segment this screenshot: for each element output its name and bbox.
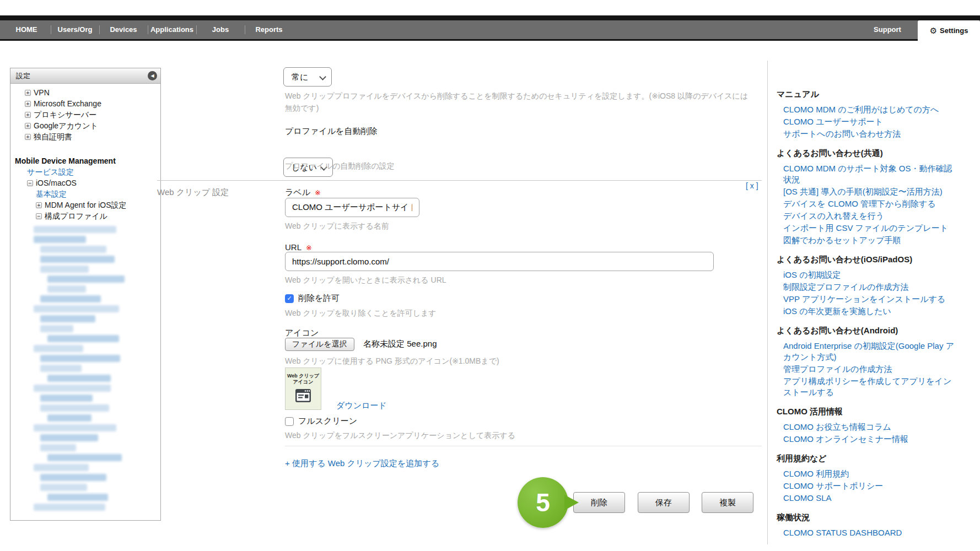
tree-link-label[interactable]: 基本設定: [36, 188, 67, 199]
nav-support[interactable]: Support: [860, 20, 915, 39]
webclip-section-label: Web クリップ 設定: [157, 187, 229, 198]
redacted-row: [40, 434, 98, 441]
top-navigation: HOMEUsers/OrgDevicesApplicationsJobsRepo…: [0, 15, 980, 41]
allow-removal-help-text: Web クリップを取り除くことを許可します: [285, 309, 437, 318]
tree-header: 設定 ◀: [10, 68, 160, 84]
remove-webclip-link[interactable]: [ x ]: [746, 181, 758, 190]
nav-item[interactable]: Devices: [99, 20, 148, 39]
duplicate-button[interactable]: 複製: [702, 492, 753, 513]
clomo-settings-screen: HOMEUsers/OrgDevicesApplicationsJobsRepo…: [0, 0, 980, 551]
label-field-row: ラベル※: [285, 187, 321, 198]
tree-expand-icon[interactable]: −: [36, 213, 42, 219]
tree-expand-icon[interactable]: −: [27, 180, 33, 186]
required-mark: ※: [315, 188, 321, 197]
webclip-divider: [285, 446, 762, 446]
redacted-row: [34, 236, 86, 243]
tree-item[interactable]: + Googleアカウント: [10, 120, 160, 131]
nav-item[interactable]: Users/Org: [51, 20, 99, 39]
tree-header-label: 設定: [16, 72, 30, 80]
tree-item-label: 独自証明書: [34, 131, 72, 142]
tree-expand-icon[interactable]: +: [25, 134, 31, 140]
nav-item[interactable]: HOME: [2, 20, 51, 39]
chosen-file-name: 名称未設定 5ee.png: [363, 339, 437, 348]
collapse-panel-button[interactable]: ◀: [148, 71, 157, 80]
help-link[interactable]: Android Enterprise の初期設定(Google Play アカウ…: [777, 341, 959, 363]
help-link[interactable]: インポート用 CSV ファイルのテンプレート: [777, 223, 959, 234]
help-link[interactable]: デバイスの入れ替えを行う: [777, 210, 959, 222]
redacted-row: [34, 464, 89, 471]
tree-expand-icon[interactable]: +: [25, 112, 31, 118]
help-link[interactable]: CLOMO オンラインセミナー情報: [777, 434, 959, 445]
tree-item[interactable]: + VPN: [10, 87, 160, 98]
help-panel: マニュアルCLOMO MDM のご利用がはじめての方へCLOMO ユーザーサポー…: [767, 61, 970, 544]
help-link[interactable]: iOS の初期設定: [777, 269, 959, 280]
add-webclip-link[interactable]: + 使用する Web クリップ設定を追加する: [285, 458, 439, 469]
url-field-label: URL: [285, 242, 301, 252]
help-link[interactable]: iOS の年次更新を実施したい: [777, 306, 959, 317]
security-select-value: 常に: [292, 72, 308, 82]
choose-file-button[interactable]: ファイルを選択: [285, 338, 354, 351]
allow-removal-row: ✓ 削除を許可: [285, 293, 340, 304]
tree-item[interactable]: − iOS/macOS: [10, 177, 160, 188]
nav-item[interactable]: Applications: [148, 20, 196, 39]
tree-item[interactable]: − 構成プロファイル: [10, 210, 160, 222]
help-link[interactable]: CLOMO サポートポリシー: [777, 480, 959, 491]
help-link[interactable]: CLOMO MDM のサポート対象 OS・動作確認状況: [777, 163, 959, 185]
help-link[interactable]: [OS 共通] 導入の手順(初期設定〜活用方法): [777, 186, 959, 197]
redacted-row: [40, 484, 87, 491]
tree-item[interactable]: + 独自証明書: [10, 131, 160, 142]
help-link[interactable]: 管理プロファイルの作成方法: [777, 364, 959, 375]
help-link[interactable]: サポートへのお問い合わせ方法: [777, 128, 959, 139]
help-link[interactable]: 制限設定プロファイルの作成方法: [777, 282, 959, 293]
help-link[interactable]: CLOMO ユーザーサポート: [777, 116, 959, 127]
fullscreen-help-text: Web クリップをフルスクリーンアプリケーションとして表示する: [285, 431, 515, 441]
tree-expand-icon[interactable]: +: [25, 123, 31, 129]
tree-expand-icon[interactable]: +: [25, 90, 31, 96]
delete-button[interactable]: 削除: [573, 492, 625, 513]
required-mark: ※: [306, 244, 312, 252]
help-link[interactable]: CLOMO STATUS DASHBOARD: [777, 527, 959, 538]
help-link[interactable]: VPP アプリケーションをインストールする: [777, 294, 959, 305]
chevron-down-icon: [319, 73, 326, 80]
tree-item[interactable]: + プロキシサーバー: [10, 109, 160, 120]
help-link[interactable]: アプリ構成ポリシーを作成してアプリをインストールする: [777, 376, 959, 398]
allow-removal-checkbox[interactable]: ✓: [285, 294, 294, 303]
redacted-row: [47, 414, 91, 422]
tree-expand-icon[interactable]: +: [25, 101, 31, 107]
nav-item[interactable]: Jobs: [196, 20, 245, 39]
help-link[interactable]: デバイスを CLOMO 管理下から削除する: [777, 198, 959, 209]
help-link[interactable]: CLOMO 利用規約: [777, 468, 959, 479]
help-section-header: 稼働状況: [777, 512, 959, 523]
help-link[interactable]: CLOMO お役立ち情報コラム: [777, 422, 959, 433]
tree-link-label[interactable]: サービス設定: [27, 166, 74, 177]
tree-item-link[interactable]: サービス設定: [10, 166, 160, 177]
nav-item[interactable]: Reports: [245, 20, 293, 39]
url-input[interactable]: [285, 252, 714, 271]
tree-redacted-items: [10, 222, 160, 511]
tree-item[interactable]: + MDM Agent for iOS設定: [10, 199, 160, 210]
download-link[interactable]: ダウンロード: [336, 401, 387, 411]
icon-field-label: アイコン: [285, 328, 319, 338]
thumb-text-line1: Web クリップ: [286, 373, 321, 379]
help-section-header: よくあるお問い合わせ(iOS/iPadOS): [777, 255, 959, 265]
help-section-header: マニュアル: [777, 89, 959, 100]
save-button[interactable]: 保存: [638, 492, 690, 513]
tree-rows: + VPN + Microsoft Exchange + プロキシサーバー + …: [10, 84, 160, 222]
tree-item[interactable]: + Microsoft Exchange: [10, 98, 160, 109]
label-input[interactable]: [285, 198, 419, 217]
tree-item-link[interactable]: 基本設定: [10, 188, 160, 199]
help-link[interactable]: CLOMO MDM のご利用がはじめての方へ: [777, 104, 959, 115]
redacted-row: [40, 395, 93, 402]
security-select[interactable]: 常に: [283, 67, 332, 87]
tab-settings[interactable]: ⚙ Settings: [918, 20, 980, 41]
browser-window-icon: [295, 388, 311, 403]
thumb-text-line2: アイコン: [286, 379, 321, 385]
help-link[interactable]: CLOMO SLA: [777, 493, 959, 504]
tree-expand-icon[interactable]: +: [36, 202, 42, 208]
redacted-row: [40, 474, 106, 481]
tree-section-label: Mobile Device Management: [15, 155, 116, 166]
tree-item-label: MDM Agent for iOS設定: [45, 199, 127, 210]
help-link[interactable]: 図解でわかるセットアップ手順: [777, 235, 959, 246]
fullscreen-checkbox[interactable]: [285, 417, 294, 426]
help-section-header: 利用規約など: [777, 453, 959, 464]
